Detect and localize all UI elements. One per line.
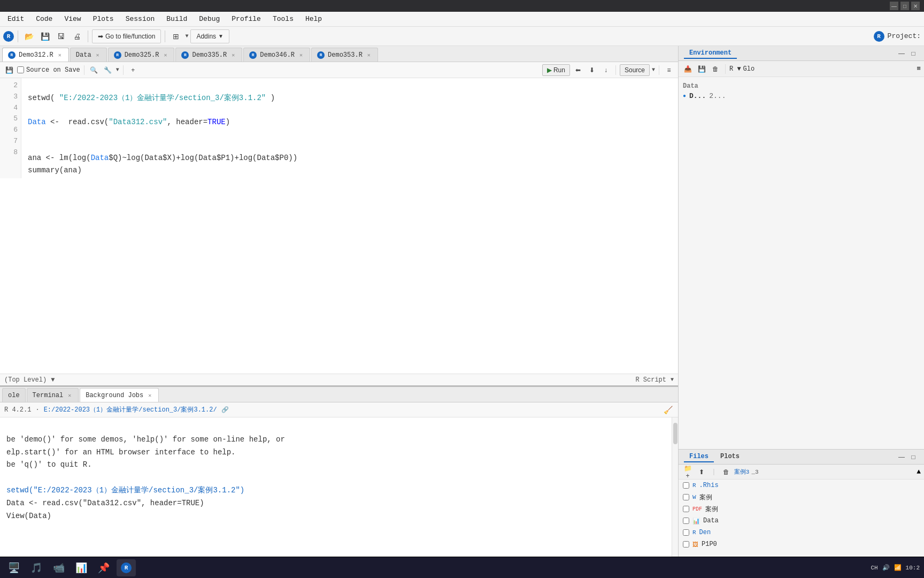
files-delete-button[interactable]: 🗑: [720, 466, 732, 478]
tab-plots[interactable]: Plots: [715, 452, 745, 462]
taskbar-app-conference[interactable]: 📹: [49, 559, 68, 576]
insert-button[interactable]: +: [127, 64, 139, 76]
menu-code[interactable]: Code: [30, 14, 58, 24]
open-folder-button[interactable]: 📂: [22, 29, 36, 43]
close-button[interactable]: ✕: [911, 2, 920, 10]
taskbar-app-r[interactable]: R: [117, 559, 136, 576]
file-item-p1p0[interactable]: 🖼 P1P0: [679, 538, 924, 550]
editor-menu-button[interactable]: ≡: [663, 64, 675, 76]
menu-tools[interactable]: Tools: [267, 14, 299, 24]
taskbar-app-notes[interactable]: 📌: [94, 559, 113, 576]
console-area[interactable]: be 'demo()' for some demos, 'help()' for…: [0, 417, 678, 557]
tab-demo346[interactable]: R Demo346.R ✕: [243, 48, 310, 62]
taskbar-input-method: CH: [871, 565, 877, 571]
source-on-save-label[interactable]: Source on Save: [17, 66, 80, 74]
tab-data-close[interactable]: ✕: [95, 52, 101, 58]
files-minimize-button[interactable]: —: [896, 452, 907, 462]
background-jobs-tab-close[interactable]: ✕: [147, 392, 153, 399]
print-button[interactable]: 🖨: [70, 29, 84, 43]
source-on-save-checkbox[interactable]: [17, 66, 24, 73]
console-clear-button[interactable]: 🧹: [662, 404, 674, 416]
env-sep: [725, 64, 726, 74]
file-data-checkbox[interactable]: [683, 518, 689, 524]
tab-demo312-close[interactable]: ✕: [57, 52, 63, 58]
menu-edit[interactable]: Edit: [2, 14, 29, 24]
run-label: Run: [553, 66, 565, 74]
menu-plots[interactable]: Plots: [88, 14, 119, 24]
tab-demo353[interactable]: R Demo353.R ✕: [311, 48, 378, 62]
file-item-dem[interactable]: R Den: [679, 527, 924, 538]
tab-demo353-close[interactable]: ✕: [366, 52, 372, 58]
save-all-button[interactable]: 🖫: [54, 29, 68, 43]
file-rhis-checkbox[interactable]: [683, 482, 689, 489]
console-sep: ·: [35, 406, 39, 414]
tab-demo325[interactable]: R Demo325.R ✕: [108, 48, 175, 62]
taskbar-app-screen[interactable]: 🖥️: [4, 559, 24, 576]
tab-demo325-close[interactable]: ✕: [162, 52, 168, 58]
tab-demo335-close[interactable]: ✕: [230, 52, 236, 58]
menu-debug[interactable]: Debug: [194, 14, 225, 24]
tab-environment[interactable]: Environment: [684, 48, 737, 59]
tab-data[interactable]: Data ✕: [70, 48, 107, 62]
env-save-button[interactable]: 💾: [696, 63, 707, 75]
search-button[interactable]: 🔍: [88, 64, 100, 76]
addins-arrow-icon: ▼: [218, 33, 224, 39]
env-minimize-button[interactable]: —: [896, 48, 907, 59]
files-new-folder-button[interactable]: 📁+: [682, 466, 694, 478]
go-to-file-button[interactable]: ➡ Go to file/function: [92, 29, 161, 43]
taskbar-app-present[interactable]: 📊: [72, 559, 91, 576]
menu-build[interactable]: Build: [161, 14, 192, 24]
files-upload-button[interactable]: ⬆: [696, 466, 707, 478]
editor-tabs: R Demo312.R ✕ Data ✕ R Demo325.R ✕ R: [0, 46, 678, 62]
console-scrollbar[interactable]: [672, 417, 678, 557]
layout-button[interactable]: ⊞: [169, 29, 183, 43]
menu-view[interactable]: View: [59, 14, 86, 24]
tab-demo335[interactable]: R Demo335.R ✕: [175, 48, 242, 62]
file-item-rhis[interactable]: R .Rhis: [679, 480, 924, 491]
tab-terminal[interactable]: Terminal ✕: [27, 388, 79, 402]
file-dem-checkbox[interactable]: [683, 529, 689, 536]
files-up-icon: ▲: [917, 468, 921, 476]
menu-help[interactable]: Help: [300, 14, 327, 24]
taskbar-volume-icon: 🔊: [882, 564, 890, 571]
file-pdf-checkbox[interactable]: [683, 506, 689, 512]
editor-save-button[interactable]: 💾: [3, 64, 15, 76]
addins-button[interactable]: Addins ▼: [190, 29, 229, 43]
files-path: 案例3: [734, 468, 750, 476]
tab-background-jobs[interactable]: Background Jobs ✕: [80, 388, 159, 402]
run-prev-button[interactable]: ⬅: [572, 64, 584, 76]
env-clear-button[interactable]: 🗑: [710, 63, 721, 75]
run-button[interactable]: ▶ Run: [542, 64, 570, 76]
menu-profile[interactable]: Profile: [226, 14, 266, 24]
tab-console[interactable]: ole: [2, 388, 26, 402]
minimize-button[interactable]: —: [890, 2, 898, 10]
run-next-button[interactable]: ⬇: [586, 64, 598, 76]
files-section: Files Plots — □ 📁+ ⬆ | 🗑 案例3 _3 ▲: [679, 450, 924, 557]
env-item-data[interactable]: ● D... 2...: [683, 91, 920, 101]
maximize-button[interactable]: □: [900, 2, 909, 10]
source-button[interactable]: Source: [620, 64, 650, 76]
env-maximize-button[interactable]: □: [908, 48, 919, 59]
file-item-pdf[interactable]: PDF 案例: [679, 503, 924, 515]
file-item-data[interactable]: 📊 Data: [679, 515, 924, 527]
tab-data-label: Data: [76, 51, 91, 59]
save-button[interactable]: 💾: [38, 29, 52, 43]
file-item-anli[interactable]: W 案例: [679, 491, 924, 503]
files-maximize-button[interactable]: □: [908, 452, 919, 462]
code-tools-button[interactable]: 🔧: [102, 64, 114, 76]
code-area[interactable]: 2 3 4 5 6 7 8 setwd( "E:/2022-2023（1）金融计…: [0, 78, 678, 374]
tab-demo346-close[interactable]: ✕: [298, 52, 304, 58]
tab-demo312[interactable]: R Demo312.R ✕: [2, 48, 69, 62]
breadcrumb-row: (Top Level) ▼ R Script ▼: [0, 374, 678, 385]
background-jobs-tab-label: Background Jobs: [86, 392, 143, 399]
tab-files[interactable]: Files: [684, 452, 714, 462]
file-p1p0-checkbox[interactable]: [683, 541, 689, 547]
taskbar-app-music[interactable]: 🎵: [27, 559, 46, 576]
menu-session[interactable]: Session: [120, 14, 160, 24]
file-anli-checkbox[interactable]: [683, 494, 689, 500]
env-import-button[interactable]: 📥: [682, 63, 694, 75]
terminal-tab-close[interactable]: ✕: [66, 392, 73, 399]
env-list-grid-icon: ≡: [917, 65, 921, 73]
window-controls: — □ ✕: [890, 2, 920, 10]
run-down-button[interactable]: ↓: [600, 64, 612, 76]
